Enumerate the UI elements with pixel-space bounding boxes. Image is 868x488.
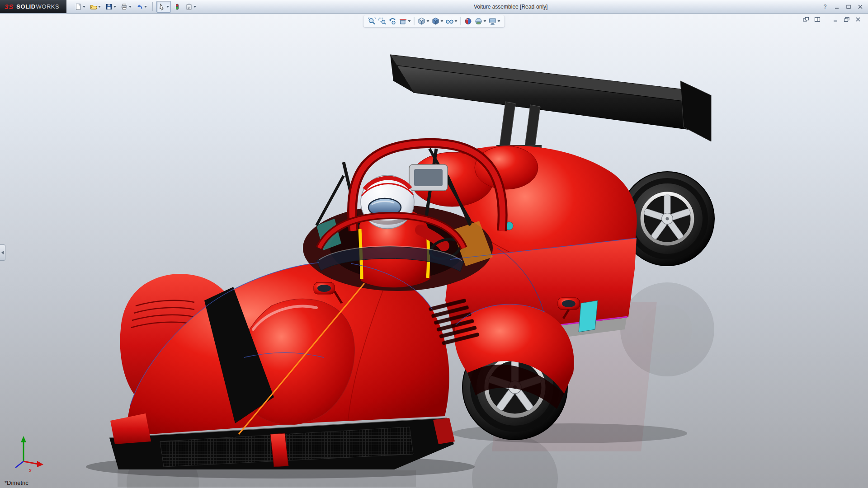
apply-scene-icon <box>475 17 483 25</box>
help-button[interactable]: ? <box>820 2 830 11</box>
featuremanager-collapse-tab[interactable] <box>0 244 5 261</box>
hide-show-items-button[interactable] <box>445 16 458 26</box>
window-controls: ? <box>820 0 865 13</box>
file-properties-button[interactable] <box>184 1 198 13</box>
document-close-button[interactable] <box>854 15 863 23</box>
open-button[interactable] <box>88 1 103 13</box>
view-orientation-label: *Dimetric <box>5 479 28 486</box>
edit-appearance-icon <box>464 17 472 25</box>
section-view-icon <box>399 17 407 25</box>
print-button[interactable] <box>119 1 133 13</box>
view-orientation-icon <box>418 17 426 25</box>
rear-view-mirror-glass <box>414 169 443 186</box>
new-document-icon <box>75 3 82 10</box>
document-restore-icon <box>844 17 850 22</box>
heads-up-view-toolbar <box>364 15 505 27</box>
document-window-controls <box>802 15 863 23</box>
save-button[interactable] <box>104 1 118 13</box>
display-style-button[interactable] <box>431 16 444 26</box>
select-button[interactable] <box>156 1 171 13</box>
document-restore-button[interactable] <box>842 15 851 23</box>
save-icon <box>105 3 113 10</box>
close-icon <box>858 5 863 9</box>
dropdown-caret-icon <box>144 6 147 8</box>
rebuild-button[interactable] <box>172 1 183 13</box>
file-properties-icon <box>185 3 193 10</box>
cascade-windows-button[interactable] <box>802 15 811 23</box>
title-bar: 3S SOLID WORKS <box>0 0 868 14</box>
document-minimize-button[interactable] <box>831 15 840 23</box>
apply-scene-button[interactable] <box>474 16 487 26</box>
rebuild-icon <box>174 3 181 10</box>
view-settings-icon <box>489 17 497 25</box>
zoom-to-fit-button[interactable] <box>367 16 377 26</box>
hide-show-items-icon <box>446 17 454 25</box>
standard-toolbar <box>73 1 198 13</box>
edit-appearance-button[interactable] <box>463 16 473 26</box>
print-icon <box>121 3 128 10</box>
tile-windows-button[interactable] <box>813 15 822 23</box>
dropdown-caret-icon <box>441 20 443 22</box>
document-minimize-icon <box>832 17 839 22</box>
solidworks-3s-mark: 3S <box>5 3 14 10</box>
view-orientation-button[interactable] <box>417 16 430 26</box>
new-document-button[interactable] <box>73 1 87 13</box>
car-model[interactable]: x <box>0 13 868 488</box>
solidworks-wordmark-light: WORKS <box>36 3 60 10</box>
zoom-to-fit-icon <box>368 17 376 25</box>
minimize-icon <box>834 5 840 9</box>
orientation-triad: x <box>15 436 43 474</box>
window-title: Voiture assemblee [Read-only] <box>474 0 547 13</box>
previous-view-icon <box>389 17 397 25</box>
section-view-button[interactable] <box>398 16 412 26</box>
minimize-button[interactable] <box>832 2 842 11</box>
toolbar-separator <box>152 2 153 11</box>
zoom-to-area-button[interactable] <box>377 16 387 26</box>
dropdown-caret-icon <box>113 6 116 8</box>
toolbar-separator <box>414 17 415 25</box>
dropdown-caret-icon <box>129 6 132 8</box>
undo-button[interactable] <box>134 1 149 13</box>
view-settings-button[interactable] <box>488 16 501 26</box>
solidworks-logo[interactable]: 3S SOLID WORKS <box>0 0 66 13</box>
cascade-icon <box>803 17 809 22</box>
zoom-to-area-icon <box>378 17 387 25</box>
maximize-icon <box>846 5 851 9</box>
previous-view-button[interactable] <box>388 16 398 26</box>
dropdown-caret-icon <box>98 6 101 8</box>
maximize-button[interactable] <box>844 2 854 11</box>
dropdown-caret-icon <box>498 20 500 22</box>
dropdown-caret-icon <box>427 20 429 22</box>
dropdown-caret-icon <box>408 20 411 22</box>
dropdown-caret-icon <box>83 6 85 8</box>
graphics-area[interactable]: x <box>0 13 868 488</box>
undo-icon <box>136 3 143 10</box>
toolbar-separator <box>461 17 461 25</box>
dropdown-caret-icon <box>455 20 458 22</box>
dropdown-caret-icon <box>166 6 169 8</box>
triad-x-label: x <box>29 467 32 474</box>
document-close-icon <box>855 17 861 22</box>
collapse-arrow-icon <box>1 251 4 254</box>
solidworks-wordmark-bold: SOLID <box>16 3 35 10</box>
tile-icon <box>814 17 821 22</box>
dropdown-caret-icon <box>484 20 486 22</box>
select-cursor-icon <box>158 3 165 10</box>
close-button[interactable] <box>855 2 865 11</box>
open-icon <box>90 3 97 10</box>
dropdown-caret-icon <box>193 6 196 8</box>
display-style-icon <box>432 17 440 25</box>
side-window <box>579 300 598 332</box>
